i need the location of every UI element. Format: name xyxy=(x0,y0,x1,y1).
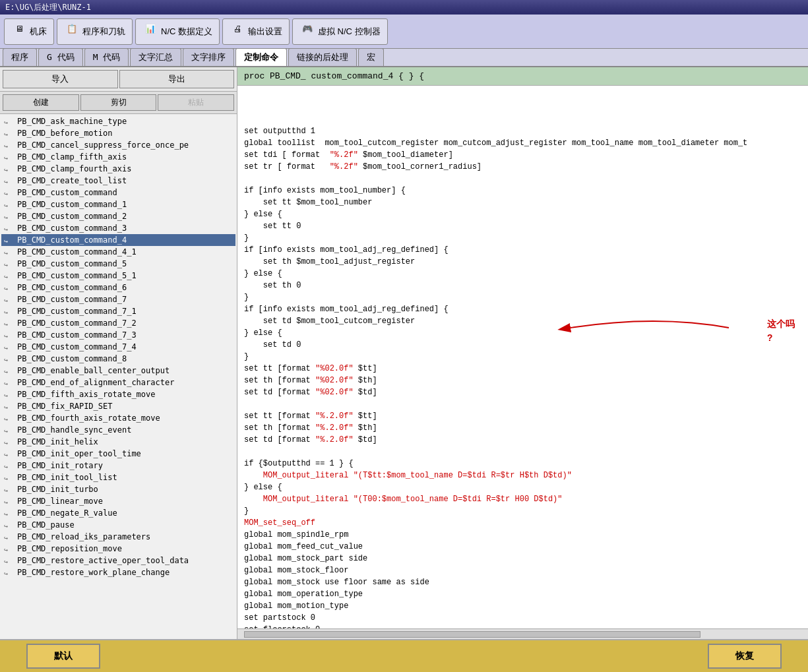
cmd-item-10[interactable]: PB_CMD_custom_command_4 xyxy=(1,234,235,246)
cmd-item-15[interactable]: PB_CMD_custom_command_7 xyxy=(1,293,235,305)
cmd-arrow-icon xyxy=(4,473,15,481)
tab-custom[interactable]: 定制命令 xyxy=(235,48,287,66)
cmd-item-24[interactable]: PB_CMD_fix_RAPID_SET xyxy=(1,400,235,412)
cmd-item-20[interactable]: PB_CMD_custom_command_8 xyxy=(1,353,235,365)
cmd-item-29[interactable]: PB_CMD_init_rotary xyxy=(1,460,235,472)
cmd-item-30[interactable]: PB_CMD_init_tool_list xyxy=(1,472,235,483)
code-line: global mom_spindle_rpm xyxy=(244,529,801,541)
cmd-item-22[interactable]: PB_CMD_end_of_alignment_character xyxy=(1,377,235,388)
command-list[interactable]: PB_CMD_ask_machine_typePB_CMD_before_mot… xyxy=(0,114,237,639)
cmd-item-18[interactable]: PB_CMD_custom_command_7_3 xyxy=(1,329,235,341)
code-line: set tr [ format "%.2f" $mom_tool_corner1… xyxy=(244,161,801,173)
cmd-arrow-icon xyxy=(4,272,15,280)
cmd-item-5[interactable]: PB_CMD_create_tool_list xyxy=(1,175,235,187)
code-line: } else { xyxy=(244,481,801,493)
code-line: set td [format "%.2.0f" $td] xyxy=(244,434,801,446)
titlebar-text: E:\UG\后处理\RUNZ-1 xyxy=(5,2,91,13)
cmd-item-1[interactable]: PB_CMD_before_motion xyxy=(1,127,235,139)
cmd-item-36[interactable]: PB_CMD_reposition_move xyxy=(1,543,235,555)
code-line: set partstock 0 xyxy=(244,612,801,624)
cmd-label: PB_CMD_fourth_axis_rotate_move xyxy=(17,413,160,423)
cmd-item-9[interactable]: PB_CMD_custom_command_3 xyxy=(1,222,235,234)
cmd-arrow-icon xyxy=(4,367,15,375)
code-line: if {$outputthd == 1 } { xyxy=(244,458,801,470)
cmd-arrow-icon xyxy=(4,260,15,268)
default-button[interactable]: 默认 xyxy=(26,644,100,669)
cmd-arrow-icon xyxy=(4,485,15,493)
cmd-label: PB_CMD_init_turbo xyxy=(17,485,98,494)
paste-button[interactable]: 粘贴 xyxy=(158,94,234,111)
cmd-item-0[interactable]: PB_CMD_ask_machine_type xyxy=(1,115,235,127)
titlebar: E:\UG\后处理\RUNZ-1 xyxy=(0,0,808,15)
subtoolbar: 创建 剪切 粘贴 xyxy=(0,92,237,114)
cmd-label: PB_CMD_reload_iks_parameters xyxy=(17,532,150,541)
bottom-bar: 默认 恢复 xyxy=(0,639,808,672)
cmd-item-14[interactable]: PB_CMD_custom_command_6 xyxy=(1,282,235,293)
cmd-item-26[interactable]: PB_CMD_handle_sync_event xyxy=(1,424,235,436)
toolbar-label-nc: N/C 数据定义 xyxy=(161,26,212,38)
tab-gcode[interactable]: G 代码 xyxy=(38,48,83,66)
cmd-item-4[interactable]: PB_CMD_clamp_fourth_axis xyxy=(1,163,235,175)
tab-textsort[interactable]: 文字排序 xyxy=(183,48,234,66)
tab-text[interactable]: 文字汇总 xyxy=(130,48,181,66)
cmd-label: PB_CMD_handle_sync_event xyxy=(17,425,131,435)
cmd-arrow-icon xyxy=(4,533,15,541)
cmd-item-21[interactable]: PB_CMD_enable_ball_center_output xyxy=(1,365,235,377)
cut-button[interactable]: 剪切 xyxy=(80,94,157,111)
cmd-item-27[interactable]: PB_CMD_init_helix xyxy=(1,436,235,448)
cmd-item-3[interactable]: PB_CMD_clamp_fifth_axis xyxy=(1,151,235,163)
toolbar-btn-program[interactable]: 📋 程序和刀轨 xyxy=(57,18,133,45)
code-line: MOM_set_seq_off xyxy=(244,517,801,529)
tab-link[interactable]: 链接的后处理 xyxy=(288,48,357,66)
cmd-item-34[interactable]: PB_CMD_pause xyxy=(1,519,235,531)
cmd-item-37[interactable]: PB_CMD_restore_active_oper_tool_data xyxy=(1,555,235,566)
cmd-arrow-icon xyxy=(4,355,15,363)
cmd-item-12[interactable]: PB_CMD_custom_command_5 xyxy=(1,258,235,270)
code-line: set tt 0 xyxy=(244,220,801,232)
code-line: global toollist mom_tool_cutcom_register… xyxy=(244,137,801,149)
tab-macro[interactable]: 宏 xyxy=(358,48,384,66)
cmd-item-33[interactable]: PB_CMD_negate_R_value xyxy=(1,507,235,519)
cmd-item-31[interactable]: PB_CMD_init_turbo xyxy=(1,483,235,495)
tab-mcode[interactable]: M 代码 xyxy=(84,48,129,66)
export-button[interactable]: 导出 xyxy=(119,70,235,88)
cmd-item-6[interactable]: PB_CMD_custom_command xyxy=(1,187,235,199)
cmd-item-25[interactable]: PB_CMD_fourth_axis_rotate_move xyxy=(1,412,235,424)
cmd-item-38[interactable]: PB_CMD_restore_work_plane_change xyxy=(1,566,235,578)
code-line: set td 0 xyxy=(244,339,801,351)
code-scrollbar[interactable] xyxy=(237,628,808,639)
cmd-item-13[interactable]: PB_CMD_custom_command_5_1 xyxy=(1,270,235,282)
toolbar-btn-virtual[interactable]: 🎮 虚拟 N/C 控制器 xyxy=(292,18,388,45)
cmd-item-19[interactable]: PB_CMD_custom_command_7_4 xyxy=(1,341,235,353)
import-button[interactable]: 导入 xyxy=(3,70,118,88)
restore-button[interactable]: 恢复 xyxy=(708,644,782,669)
cmd-item-17[interactable]: PB_CMD_custom_command_7_2 xyxy=(1,317,235,329)
toolbar-btn-machine[interactable]: 🖥 机床 xyxy=(4,18,54,45)
code-line xyxy=(244,398,801,410)
cmd-item-7[interactable]: PB_CMD_custom_command_1 xyxy=(1,199,235,210)
code-line: } xyxy=(244,351,801,363)
cmd-item-2[interactable]: PB_CMD_cancel_suppress_force_once_pe xyxy=(1,139,235,151)
cmd-item-32[interactable]: PB_CMD_linear_move xyxy=(1,495,235,507)
cmd-arrow-icon xyxy=(4,343,15,351)
cmd-arrow-icon xyxy=(4,331,15,339)
create-button[interactable]: 创建 xyxy=(3,94,79,111)
cmd-arrow-icon xyxy=(4,224,15,232)
cmd-item-16[interactable]: PB_CMD_custom_command_7_1 xyxy=(1,305,235,317)
toolbar-btn-nc[interactable]: 📊 N/C 数据定义 xyxy=(135,18,220,45)
cmd-label: PB_CMD_pause xyxy=(17,520,75,530)
cmd-item-11[interactable]: PB_CMD_custom_command_4_1 xyxy=(1,246,235,258)
cmd-arrow-icon xyxy=(4,545,15,553)
cmd-label: PB_CMD_custom_command_1 xyxy=(17,200,127,209)
code-editor[interactable]: set outputthd 1global toollist mom_tool_… xyxy=(237,86,808,628)
tab-program[interactable]: 程序 xyxy=(3,48,37,66)
toolbar-btn-output[interactable]: 🖨 输出设置 xyxy=(222,18,290,45)
cmd-item-8[interactable]: PB_CMD_custom_command_2 xyxy=(1,210,235,222)
cmd-item-28[interactable]: PB_CMD_init_oper_tool_time xyxy=(1,448,235,460)
cmd-label: PB_CMD_ask_machine_type xyxy=(17,117,127,126)
cmd-label: PB_CMD_negate_R_value xyxy=(17,508,117,518)
cmd-item-35[interactable]: PB_CMD_reload_iks_parameters xyxy=(1,531,235,543)
cmd-arrow-icon xyxy=(4,497,15,505)
cmd-item-23[interactable]: PB_CMD_fifth_axis_rotate_move xyxy=(1,388,235,400)
cmd-label: PB_CMD_custom_command_5_1 xyxy=(17,271,137,280)
